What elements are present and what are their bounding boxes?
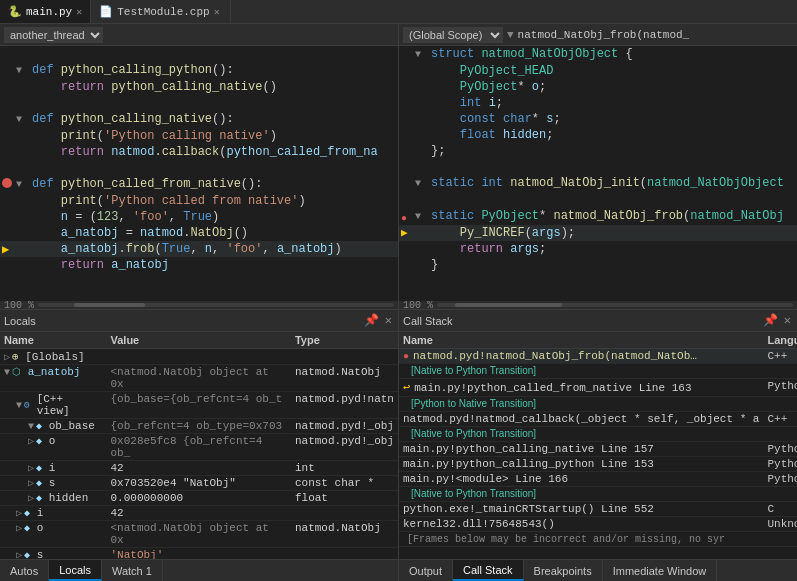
expand-icon[interactable]: ▷ — [16, 507, 22, 519]
row-value: 0x028e5fc8 {ob_refcnt=4 ob_ — [111, 435, 263, 459]
cs-lang: Unknown — [767, 518, 797, 530]
right-scroll-track[interactable] — [437, 303, 793, 307]
expand-icon[interactable]: ▷ — [28, 435, 34, 447]
tab-output[interactable]: Output — [399, 560, 453, 581]
table-row[interactable]: ▷◆ o 0x028e5fc8 {ob_refcnt=4 ob_ natmod.… — [0, 434, 398, 461]
row-type: natmod.pyd!_obj — [295, 420, 394, 432]
scope-dropdown[interactable]: (Global Scope) — [403, 27, 503, 43]
close-callstack-button[interactable]: ✕ — [782, 312, 793, 329]
bottom-panels: Locals 📌 ✕ Name Value Type ▷⊕ [Globals] — [0, 309, 797, 581]
tab-bar: 🐍 main.py ✕ 📄 TestModule.cpp ✕ — [0, 0, 797, 24]
cs-name: main.py!<module> Line 166 — [403, 473, 568, 485]
callstack-row[interactable]: main.py!python_calling_native Line 157 P… — [399, 442, 797, 457]
transition-label: [Native to Python Transition] — [403, 487, 540, 500]
cs-lang: Python — [767, 458, 797, 470]
row-name: i — [49, 462, 56, 474]
tab-label-main: main.py — [26, 6, 72, 18]
row-name: o — [49, 435, 56, 447]
callstack-panel-header: Call Stack 📌 ✕ — [399, 310, 797, 332]
callstack-row[interactable]: natmod.pyd!natmod_callback(_object * sel… — [399, 412, 797, 427]
code-line: ▶ Py_INCREF(args); — [399, 225, 797, 241]
left-bottom-tabs: Autos Locals Watch 1 — [0, 559, 398, 581]
callstack-row[interactable]: python.exe!_tmainCRTStartup() Line 552 C — [399, 502, 797, 517]
thread-dropdown[interactable]: another_thread — [4, 27, 103, 43]
line-num — [0, 79, 28, 95]
left-scrollbar[interactable]: 100 % — [0, 301, 398, 309]
tab-locals[interactable]: Locals — [49, 560, 102, 581]
table-row[interactable]: ▷◆ s 'NatObj' — [0, 548, 398, 560]
expand-icon[interactable]: ▼ — [16, 400, 22, 411]
expand-icon[interactable]: ▷ — [4, 351, 10, 363]
expand-icon[interactable]: ▷ — [16, 522, 22, 534]
expand-icon[interactable]: ▼ — [4, 367, 10, 378]
left-scroll-track[interactable] — [38, 303, 394, 307]
row-name: o — [37, 522, 44, 534]
callstack-row-active[interactable]: ●natmod.pyd!natmod_NatObj_frob(natmod_Na… — [399, 349, 797, 364]
row-name: [C++ view] — [37, 393, 103, 417]
row-type: float — [295, 492, 328, 504]
col-value: Value — [107, 332, 291, 349]
right-scroll-thumb[interactable] — [455, 303, 562, 307]
tab-immediate[interactable]: Immediate Window — [603, 560, 718, 581]
expand-icon[interactable]: ▼ — [28, 421, 34, 432]
callstack-transition-row: [Native to Python Transition] — [399, 427, 797, 442]
tab-testmodule[interactable]: 📄 TestModule.cpp ✕ — [91, 0, 231, 23]
tab-main-py[interactable]: 🐍 main.py ✕ — [0, 0, 91, 23]
row-name: [Globals] — [25, 351, 84, 363]
expand-icon[interactable]: ▷ — [28, 492, 34, 504]
table-row[interactable]: ▼◆ ob_base {ob_refcnt=4 ob_type=0x703 na… — [0, 419, 398, 434]
callstack-table: Name Language ●natmod.pyd!natmod_NatObj_… — [399, 332, 797, 547]
expand-icon[interactable]: ▷ — [28, 462, 34, 474]
function-breadcrumb: natmod_NatObj_frob(natmod_ — [518, 29, 690, 41]
cs-lang: Python — [767, 473, 797, 485]
code-line: print('Python calling native') — [0, 128, 398, 144]
pin-button[interactable]: 📌 — [362, 312, 381, 329]
locals-pane: Locals 📌 ✕ Name Value Type ▷⊕ [Globals] — [0, 310, 399, 581]
table-row[interactable]: ▷◆ i 42 — [0, 506, 398, 521]
callstack-row[interactable]: kernel32.dll!75648543() Unknown — [399, 517, 797, 532]
editors-area: another_thread ▼ def python_calling_pyth… — [0, 24, 797, 309]
close-tab-right[interactable]: ✕ — [214, 6, 220, 18]
callstack-row[interactable]: main.py!<module> Line 166 Python — [399, 472, 797, 487]
table-row[interactable]: ▼⬡ a_natobj <natmod.NatObj object at 0x … — [0, 365, 398, 392]
table-row[interactable]: ▼⚙ [C++ view] {ob_base={ob_refcnt=4 ob_t… — [0, 392, 398, 419]
code-line: ▶ a_natobj.frob(True, n, 'foo', a_natobj… — [0, 241, 398, 257]
row-value: {ob_base={ob_refcnt=4 ob_t — [111, 393, 283, 405]
tab-breakpoints[interactable]: Breakpoints — [524, 560, 603, 581]
left-scroll-thumb[interactable] — [74, 303, 145, 307]
expand-icon[interactable]: ▷ — [28, 477, 34, 489]
callstack-scroll[interactable]: Name Language ●natmod.pyd!natmod_NatObj_… — [399, 332, 797, 559]
left-editor-toolbar: another_thread — [0, 24, 398, 46]
locals-table-scroll[interactable]: Name Value Type ▷⊕ [Globals] ▼⬡ a_natobj… — [0, 332, 398, 559]
table-row[interactable]: ▷◆ hidden 0.000000000 float — [0, 491, 398, 506]
table-row[interactable]: ▷◆ i 42 int — [0, 461, 398, 476]
close-tab-left[interactable]: ✕ — [76, 6, 82, 18]
table-row[interactable]: ▷◆ s 0x703520e4 "NatObj" const char * — [0, 476, 398, 491]
pin-callstack-button[interactable]: 📌 — [761, 312, 780, 329]
locals-panel-title: Locals — [4, 315, 358, 327]
row-type: natmod.pyd!natn — [295, 393, 394, 405]
callstack-transition-row: [Python to Native Transition] — [399, 397, 797, 412]
tab-autos[interactable]: Autos — [0, 560, 49, 581]
row-name: a_natobj — [28, 366, 81, 378]
code-line — [0, 46, 398, 62]
cs-lang: C++ — [767, 350, 787, 362]
transition-label: [Python to Native Transition] — [403, 397, 540, 410]
tab-watch[interactable]: Watch 1 — [102, 560, 163, 581]
cs-name: natmod.pyd!natmod_callback(_object * sel… — [403, 413, 759, 425]
close-locals-button[interactable]: ✕ — [383, 312, 394, 329]
right-code-area[interactable]: ▼ struct natmod_NatObjObject { PyObject_… — [399, 46, 797, 301]
table-row[interactable]: ▷⊕ [Globals] — [0, 349, 398, 365]
right-scrollbar[interactable]: 100 % — [399, 301, 797, 309]
left-code-area[interactable]: ▼ def python_calling_python(): return py… — [0, 46, 398, 301]
code-line: n = (123, 'foo', True) — [0, 209, 398, 225]
callstack-row[interactable]: ↩main.py!python_called_from_native Line … — [399, 379, 797, 397]
callstack-row[interactable]: main.py!python_calling_python Line 153 P… — [399, 457, 797, 472]
expand-icon[interactable]: ▷ — [16, 549, 22, 559]
col-type: Type — [291, 332, 398, 349]
transition-label: [Native to Python Transition] — [403, 427, 540, 440]
code-line — [399, 192, 797, 208]
tab-callstack[interactable]: Call Stack — [453, 560, 524, 581]
table-row[interactable]: ▷◆ o <natmod.NatObj object at 0x natmod.… — [0, 521, 398, 548]
code-line: float hidden; — [399, 127, 797, 143]
